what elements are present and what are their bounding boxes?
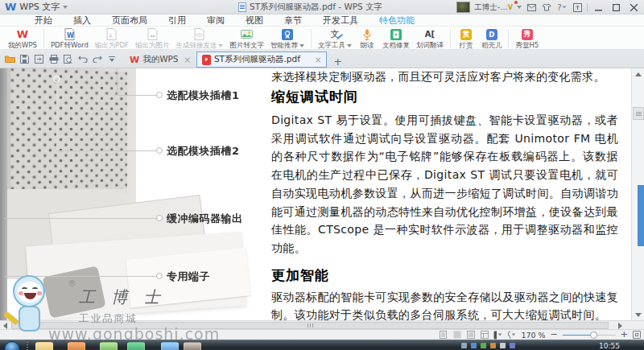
tab-developer[interactable]: 开发工具: [312, 14, 369, 27]
reward-button[interactable]: 赏 打赏: [454, 27, 478, 51]
section-heading-2: 更加智能: [271, 266, 618, 284]
account-chevron-icon[interactable]: [517, 6, 522, 9]
tray-icon[interactable]: [471, 343, 477, 348]
text-tool-button[interactable]: 文 文字工具: [315, 27, 355, 51]
taskbar-wechat-icon[interactable]: [127, 342, 145, 350]
help-icon[interactable]: ?: [556, 2, 568, 12]
tab-references[interactable]: 引用: [158, 14, 196, 27]
page-view-icon[interactable]: [452, 331, 461, 339]
print-icon[interactable]: [48, 54, 59, 64]
export-image-button[interactable]: 输出为图片: [132, 27, 173, 51]
divider: [450, 29, 451, 48]
system-tray[interactable]: [461, 343, 515, 348]
skin-icon[interactable]: [541, 2, 552, 12]
fullwidth-mode-icon[interactable]: [493, 331, 502, 339]
scrollbar-corner: [626, 320, 644, 329]
app-menu[interactable]: W WPS 文字: [0, 1, 68, 13]
tray-icon[interactable]: [510, 343, 515, 348]
print-preview-icon[interactable]: [63, 54, 73, 64]
start-button[interactable]: [4, 341, 20, 350]
document-icon: [238, 2, 246, 12]
reward-icon: 赏: [460, 29, 472, 40]
taskbar-clock[interactable]: 10:55: [599, 342, 620, 350]
zoom-out-button[interactable]: −: [551, 331, 558, 339]
minimize-button[interactable]: [592, 2, 605, 13]
horizontal-scrollbar[interactable]: [0, 320, 626, 329]
translate-icon: A[: [423, 28, 436, 40]
save-icon[interactable]: [19, 54, 30, 64]
close-tab-icon[interactable]: ×: [315, 56, 321, 64]
new-tab-button[interactable]: +: [327, 56, 349, 68]
docer-button[interactable]: D 稻壳儿: [478, 27, 506, 51]
document-canvas[interactable]: 选配模块插槽1 选配模块插槽2 缓冲编码器输出 专用端子 来选择模块定制驱动器，…: [0, 68, 644, 320]
image-to-text-button[interactable]: 图片转文字: [226, 27, 267, 51]
user-name[interactable]: 工博士-…V: [474, 2, 513, 13]
zoom-slider-knob[interactable]: [590, 331, 597, 339]
svg-text:W: W: [67, 32, 74, 39]
tray-icon[interactable]: [481, 343, 486, 348]
app-name: WPS 文字: [19, 1, 60, 13]
vertical-scrollbar[interactable]: [631, 68, 644, 320]
horizontal-scrollbar-thumb[interactable]: [11, 322, 609, 329]
export-pdf-button[interactable]: A 输出为PDF: [92, 27, 132, 51]
eye-protection-icon[interactable]: [507, 331, 516, 339]
tab-review[interactable]: 审阅: [196, 14, 235, 27]
open-folder-icon[interactable]: [5, 54, 15, 64]
page-margin-strip: [0, 68, 7, 320]
redo-icon[interactable]: [92, 54, 102, 64]
chevron-down-icon[interactable]: [63, 6, 68, 9]
tab-section[interactable]: 章节: [274, 14, 312, 27]
svg-text:A: A: [109, 33, 113, 39]
tab-view[interactable]: 视图: [235, 14, 274, 27]
scroll-down-button[interactable]: [632, 309, 644, 320]
outline-view-icon[interactable]: [466, 331, 475, 339]
doc-tab-pdf[interactable]: P ST系列伺服驱动器.pdf ×: [196, 51, 327, 68]
upload-box-icon[interactable]: [572, 2, 583, 12]
export-pdf-icon: A: [105, 28, 118, 40]
doc-tab-my-wps[interactable]: W 我的WPS ×: [124, 51, 196, 68]
zoom-in-button[interactable]: +: [621, 331, 628, 339]
servo-drive-photo: [7, 68, 270, 320]
tab-special-features[interactable]: 特色功能: [369, 14, 425, 27]
translate-button[interactable]: A[ 划词翻译: [413, 27, 447, 51]
taskbar-folder-icon[interactable]: [35, 342, 53, 350]
divider: [587, 3, 588, 12]
smart-recommend-button[interactable]: 智能推荐: [267, 27, 308, 51]
tray-icon[interactable]: [500, 343, 506, 348]
vertical-scrollbar-thumb[interactable]: [633, 107, 644, 120]
fullscreen-icon[interactable]: [633, 331, 641, 339]
maximize-button[interactable]: [609, 2, 623, 13]
doc-repair-button[interactable]: 文档修复: [379, 27, 413, 51]
text-tool-icon: 文: [328, 28, 341, 40]
doc-repair-icon: [389, 28, 402, 40]
zoom-slider[interactable]: [563, 331, 616, 339]
tray-icon[interactable]: [461, 343, 467, 348]
tray-icon[interactable]: [490, 343, 496, 348]
pdf-to-word-button[interactable]: W PDF转Word: [47, 27, 92, 51]
taskbar-app-blue-icon[interactable]: [161, 342, 179, 350]
xiutang-h5-button[interactable]: 秀 秀堂H5: [512, 27, 542, 51]
close-button[interactable]: [627, 2, 641, 13]
customize-toolbar-chevron-icon[interactable]: [106, 54, 117, 64]
tab-home[interactable]: 开始: [24, 14, 63, 27]
close-tab-icon[interactable]: ×: [184, 56, 191, 64]
taskbar-app-green-icon[interactable]: [100, 342, 118, 350]
export-icon[interactable]: [34, 54, 44, 64]
share-link-button[interactable]: 生成链接发送: [172, 27, 226, 51]
message-icon[interactable]: [526, 2, 537, 12]
taskbar-app-orange-icon[interactable]: [68, 342, 85, 350]
callout-line: [56, 81, 58, 151]
scroll-up-button[interactable]: [632, 68, 644, 80]
xiutang-icon: 秀: [522, 29, 533, 40]
tab-insert[interactable]: 插入: [63, 14, 101, 27]
tab-page-layout[interactable]: 页面布局: [101, 14, 158, 27]
zoom-percentage[interactable]: 170 %: [521, 331, 545, 340]
taskbar-photo-icon[interactable]: [184, 342, 201, 350]
read-aloud-button[interactable]: 朗读: [355, 27, 379, 51]
my-wps-button[interactable]: W 我的WPS: [5, 27, 40, 51]
web-view-icon[interactable]: [480, 331, 489, 339]
user-avatar[interactable]: [456, 2, 470, 13]
fit-page-view-icon[interactable]: [439, 331, 448, 339]
undo-icon[interactable]: [77, 54, 88, 64]
section-body-1: Digitax ST 易于设置。使用可插拔键盘、智能卡设置驱动器，或者采用调试软…: [271, 111, 618, 257]
